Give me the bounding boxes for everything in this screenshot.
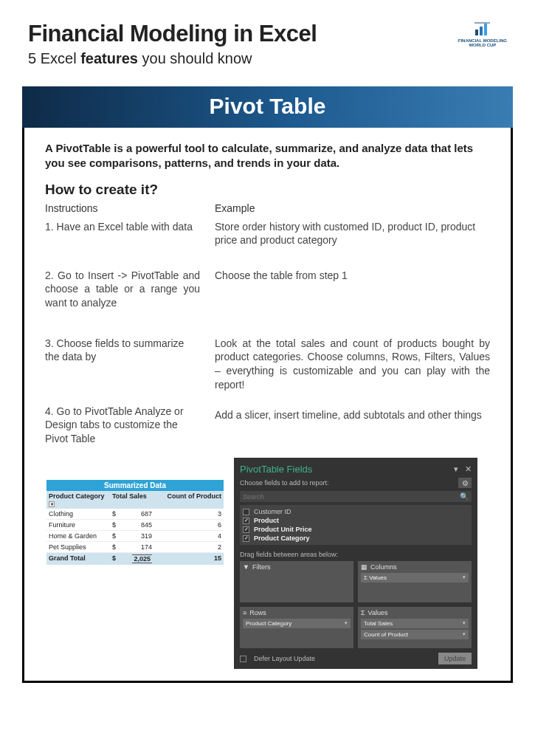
drag-instruction: Drag fields between areas below: [240,551,472,558]
instructions-grid: Instructions 1. Have an Excel table with… [24,202,511,463]
table-title: Summarized Data [46,480,224,491]
svg-rect-1 [480,27,483,35]
area-item[interactable]: Σ Values▾ [361,573,469,583]
pivottable-fields-panel: PivotTable Fields ▾ ✕ Choose fields to a… [234,458,477,669]
checkbox-icon[interactable]: ✓ [243,526,249,533]
example-text: Look at the total sales and count of pro… [215,337,490,393]
checkbox-icon[interactable] [240,656,246,662]
area-item[interactable]: Count of Product▾ [361,630,469,639]
columns-icon: ▦ [361,563,367,571]
instruction-step: 4. Go to PivotTable Analyze or Design ta… [45,405,200,447]
chevron-down-icon[interactable]: ▾ [463,631,466,638]
field-item[interactable]: ✓ Product Category [243,534,469,543]
field-item[interactable]: ✓ Product Unit Price [243,525,469,534]
chevron-down-icon[interactable]: ▾ [463,620,466,627]
table-header-row: Product Category ▾ Total Sales Count of … [46,491,224,509]
example-text: Add a slicer, insert timeline, add subto… [215,408,490,441]
values-icon: Σ [361,609,365,616]
field-item[interactable]: Customer ID [243,507,469,516]
rows-icon: ≡ [243,609,246,616]
chevron-down-icon[interactable]: ▾ [345,620,348,627]
filter-icon: ▼ [243,563,249,571]
filter-dropdown-icon[interactable]: ▾ [49,501,55,507]
section-banner: Pivot Table [22,86,513,128]
close-icon[interactable]: ✕ [465,464,472,473]
defer-layout-checkbox[interactable]: Defer Layout Update [240,655,315,662]
panel-subtitle: Choose fields to add to report: [240,479,329,487]
content-frame: Pivot Table A PivotTable is a powerful t… [22,86,513,683]
table-row: Home & Garden $319 4 [46,531,224,542]
fmwc-logo: FINANCIAL MODELING WORLD CUP [458,21,507,47]
checkbox-icon[interactable]: ✓ [243,518,249,524]
summarized-data-table: Summarized Data Product Category ▾ Total… [46,480,224,565]
area-item[interactable]: Total Sales▾ [361,619,469,628]
table-row: Clothing $687 3 [46,509,224,520]
logo-icon [472,21,493,37]
field-list: Customer ID ✓ Product ✓ Product Unit Pri… [240,505,472,545]
field-search[interactable]: 🔍 [240,491,472,502]
update-button[interactable]: Update [438,653,472,664]
table-row: Pet Supplies $174 2 [46,542,224,553]
howto-heading: How to create it? [24,182,511,202]
rows-area[interactable]: ≡Rows Product Category▾ [240,607,353,648]
search-icon: 🔍 [460,492,469,501]
checkbox-icon[interactable]: ✓ [243,535,249,542]
values-area[interactable]: ΣValues Total Sales▾ Count of Product▾ [358,607,472,648]
svg-rect-0 [475,30,478,35]
minimize-icon[interactable]: ▾ [454,464,458,473]
search-input[interactable] [243,493,460,501]
filters-area[interactable]: ▼Filters [240,561,353,602]
svg-rect-2 [484,24,487,35]
header-text: Financial Modeling in Excel 5 Excel feat… [28,21,317,67]
example-text: Store order history with customed ID, pr… [215,220,490,252]
intro-text: A PivotTable is a powerful tool to calcu… [24,128,511,182]
field-item[interactable]: ✓ Product [243,516,469,525]
instruction-step: 1. Have an Excel table with data [45,220,200,252]
page-title: Financial Modeling in Excel [28,21,317,47]
checkbox-icon[interactable] [243,509,249,515]
gear-icon[interactable]: ⚙ [458,478,472,488]
page-header: Financial Modeling in Excel 5 Excel feat… [0,0,535,73]
col-header-instructions: Instructions [45,202,200,214]
chevron-down-icon[interactable]: ▾ [463,574,466,581]
example-text: Choose the table from step 1 [215,269,490,320]
instruction-step: 3. Choose fields to summarize the data b… [45,337,200,388]
table-row: Furniture $845 6 [46,520,224,531]
page-subtitle: 5 Excel features you should know [28,50,317,67]
col-header-example: Example [215,202,490,214]
visuals-row: Summarized Data Product Category ▾ Total… [24,458,511,669]
area-item[interactable]: Product Category▾ [243,619,351,628]
drop-areas: ▼Filters ▦Columns Σ Values▾ ≡Rows Produc… [240,561,472,648]
columns-area[interactable]: ▦Columns Σ Values▾ [358,561,472,602]
panel-title: PivotTable Fields [240,464,312,475]
instruction-step: 2. Go to Insert -> PivotTable and choose… [45,269,200,320]
table-grand-total: Grand Total $2,025 15 [46,553,224,565]
